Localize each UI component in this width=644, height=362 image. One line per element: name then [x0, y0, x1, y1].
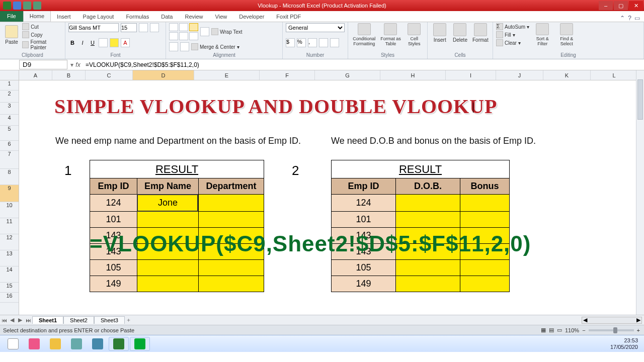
increase-indent-icon[interactable] [180, 42, 189, 51]
wrap-text-button[interactable]: Wrap Text [211, 28, 243, 35]
status-bar: Select destination and press ENTER or ch… [0, 325, 644, 335]
italic-button[interactable]: I [78, 40, 87, 46]
sort-filter-button[interactable]: Sort & Filter [531, 23, 553, 46]
fill-button[interactable]: Fill ▾ [496, 31, 529, 38]
taskbar-app-1[interactable] [24, 337, 44, 351]
conditional-formatting-button[interactable]: Conditional Formatting [351, 23, 377, 46]
taskbar: 23:53 17/05/2020 [0, 335, 644, 352]
comma-icon[interactable]: , [308, 38, 317, 47]
new-sheet-icon[interactable]: ＋ [125, 316, 133, 324]
zoom-out-button[interactable]: − [582, 327, 585, 333]
row-headers[interactable]: 1 2 3 4 5 6 7 8 9 10 11 12 13 14 15 16 [0, 80, 19, 315]
taskbar-app-2[interactable] [45, 337, 65, 351]
title-bar: Vlookup - Microsoft Excel (Product Activ… [0, 0, 644, 11]
group-font: B I U A Font [65, 22, 166, 59]
fill-color-button[interactable] [110, 38, 119, 47]
decrease-decimal-icon[interactable] [330, 38, 339, 47]
taskbar-excel[interactable] [109, 337, 129, 351]
clear-button[interactable]: Clear ▾ [496, 39, 529, 46]
window-title: Vlookup - Microsoft Excel (Product Activ… [0, 3, 644, 9]
zoom-level[interactable]: 110% [565, 327, 579, 333]
text-cursor [473, 103, 473, 113]
border-button[interactable] [99, 38, 108, 47]
tab-nav-next[interactable]: ▶ [16, 317, 24, 323]
format-as-table-button[interactable]: Format as Table [379, 23, 403, 46]
currency-icon[interactable]: $ [286, 38, 295, 47]
intro-text-2: We need D.O.B and bonus on the basis of … [331, 136, 536, 146]
cut-button[interactable]: Cut [22, 23, 62, 30]
tab-nav-prev[interactable]: ◀ [8, 317, 16, 323]
cell-styles-button[interactable]: Cell Styles [404, 23, 424, 46]
group-alignment: Wrap Text Merge & Center ▾ Alignment [166, 22, 283, 59]
font-color-button[interactable]: A [121, 38, 130, 47]
merge-center-button[interactable]: Merge & Center ▾ [191, 43, 239, 50]
increase-decimal-icon[interactable] [319, 38, 328, 47]
decrease-font-icon[interactable] [150, 23, 159, 32]
alignment-grid[interactable] [169, 23, 198, 40]
group-editing: ΣAutoSum ▾ Fill ▾ Clear ▾ Sort & Filter … [493, 22, 644, 59]
view-break-icon[interactable]: ▭ [557, 327, 562, 333]
copy-button[interactable]: Copy [22, 31, 62, 38]
taskbar-app-6[interactable] [130, 337, 150, 351]
tab-home[interactable]: Home [23, 11, 51, 22]
tab-formulas[interactable]: Formulas [120, 12, 155, 22]
tab-developer[interactable]: Developer [233, 12, 270, 22]
increase-font-icon[interactable] [139, 23, 148, 32]
formula-bar: ▾ fx [0, 59, 644, 70]
sheet-tab-1[interactable]: Sheet1 [32, 316, 63, 324]
status-message: Select destination and press ENTER or ch… [0, 327, 134, 333]
sheet-tab-bar: ⏮ ◀ ▶ ⏭ Sheet1 Sheet2 Sheet3 ＋ ◀▶ [0, 315, 644, 325]
sheet-tab-3[interactable]: Sheet3 [94, 316, 125, 324]
window-options-icon[interactable]: ▭ [634, 15, 640, 22]
name-box[interactable] [19, 60, 67, 69]
vertical-scrollbar[interactable] [636, 70, 644, 315]
tab-nav-last[interactable]: ⏭ [24, 317, 32, 323]
percent-icon[interactable]: % [297, 38, 306, 47]
taskbar-app-4[interactable] [88, 337, 108, 351]
tab-insert[interactable]: Insert [51, 12, 77, 22]
formula-input[interactable] [83, 61, 644, 69]
tab-view[interactable]: View [209, 12, 233, 22]
tab-review[interactable]: Review [179, 12, 209, 22]
decrease-indent-icon[interactable] [169, 42, 178, 51]
worksheet[interactable]: A B C D E F G H I J K L 1 2 3 4 5 6 7 8 … [0, 70, 644, 315]
horizontal-scrollbar[interactable]: ◀▶ [582, 317, 642, 324]
minimize-ribbon-icon[interactable]: ⌃ [620, 15, 625, 22]
help-icon[interactable]: ? [628, 15, 631, 22]
group-clipboard: Paste Cut Copy Format Painter Clipboard [0, 22, 65, 59]
tab-nav-first[interactable]: ⏮ [0, 317, 8, 323]
paste-button[interactable]: Paste [3, 25, 20, 48]
tab-page-layout[interactable]: Page Layout [77, 12, 120, 22]
select-all-corner[interactable] [0, 70, 19, 80]
result-table-2: RESULT Emp ID D.O.B. Bonus 124 101 143 1… [331, 160, 510, 292]
orientation-icon[interactable] [200, 27, 209, 36]
autosum-button[interactable]: ΣAutoSum ▾ [496, 23, 529, 30]
table1-number: 1 [64, 163, 71, 178]
font-size-select[interactable] [121, 23, 137, 32]
start-button[interactable] [3, 337, 23, 351]
tab-file[interactable]: File [0, 11, 23, 22]
find-select-button[interactable]: Find & Select [555, 23, 578, 46]
sheet-tab-2[interactable]: Sheet2 [63, 316, 94, 324]
number-format-select[interactable]: General [286, 23, 345, 32]
format-cells-button[interactable]: Format [471, 23, 490, 46]
page-title: SIMPLE VLOOKUP AND DOUBLE VLOOKUP [54, 95, 498, 118]
view-normal-icon[interactable]: ▦ [541, 327, 546, 333]
group-cells: Insert Delete Format Cells [428, 22, 493, 59]
insert-cells-button[interactable]: Insert [431, 23, 449, 46]
font-family-select[interactable] [68, 23, 119, 32]
fx-icon[interactable]: fx [73, 61, 83, 68]
underline-button[interactable]: U [89, 40, 97, 46]
result-table-1: RESULT Emp ID Emp Name Department 124Jon… [90, 160, 264, 292]
delete-cells-button[interactable]: Delete [451, 23, 469, 46]
bold-button[interactable]: B [68, 40, 76, 46]
zoom-slider[interactable] [589, 329, 634, 331]
taskbar-app-3[interactable] [66, 337, 87, 351]
taskbar-clock[interactable]: 23:53 17/05/2020 [610, 337, 641, 350]
tab-foxit[interactable]: Foxit PDF [270, 12, 307, 22]
tab-data[interactable]: Data [155, 12, 179, 22]
zoom-in-button[interactable]: + [637, 327, 640, 333]
format-painter-button[interactable]: Format Painter [22, 39, 62, 50]
column-headers[interactable]: A B C D E F G H I J K L [19, 70, 644, 80]
view-layout-icon[interactable]: ▤ [549, 327, 554, 333]
